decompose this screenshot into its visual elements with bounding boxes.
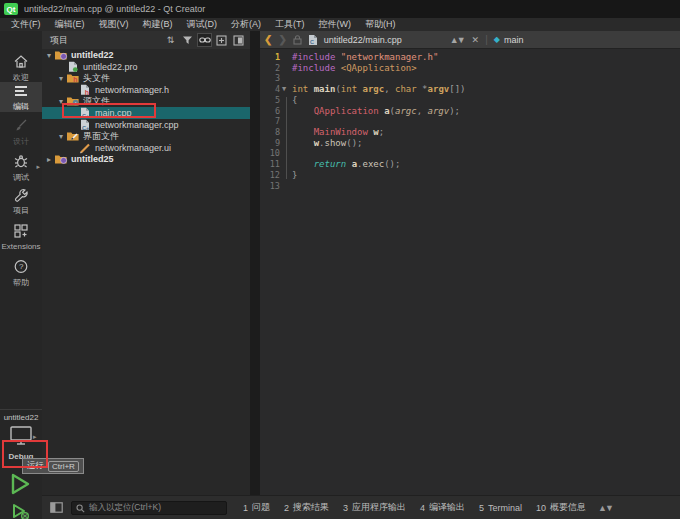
ui-folder-icon [66, 130, 81, 142]
tree-item-networkmanager.cpp[interactable]: C+networkmanager.cpp [42, 119, 276, 131]
svg-text:?: ? [19, 262, 24, 271]
output-pane-10[interactable]: 10概要信息 [536, 501, 586, 514]
tree-item-networkmanager.ui[interactable]: networkmanager.ui [42, 142, 276, 154]
extensions-icon [13, 223, 29, 242]
tree-item--[interactable]: ▾+源文件 [42, 95, 264, 107]
line-number: 9 [260, 138, 280, 149]
open-document-dropdown[interactable]: untitled22/main.cpp [324, 35, 450, 45]
editor-toolbar: ❮ ❯ C untitled22/main.cpp ▲▼ ✕ | ◆ main [260, 31, 680, 49]
mode-welcome[interactable]: 欢迎 [0, 53, 42, 83]
menu-item-3[interactable]: 视图(V) [92, 18, 136, 31]
toggle-left-sidebar-icon[interactable] [50, 499, 63, 517]
filter-sort-icon[interactable]: ⇅ [163, 33, 178, 47]
output-pane-5[interactable]: 5Terminal [479, 501, 522, 514]
fold-marker-icon[interactable]: ▼ [282, 84, 286, 95]
code-line-9: w.show(); [292, 138, 362, 149]
pro-file-icon [66, 61, 81, 73]
locator-placeholder: 输入以定位(Ctrl+K) [89, 502, 161, 514]
tree-item-untitled22[interactable]: ▾untitled22 [42, 49, 252, 61]
kit-project-name: untitled22 [0, 413, 42, 422]
kit-selector-button[interactable] [9, 425, 33, 451]
code-area[interactable]: 1#include "networkmanager.h"2#include <Q… [260, 49, 680, 495]
run-tooltip: 运行 Ctrl+R [22, 458, 84, 474]
document-dropdown-arrows-icon[interactable]: ▲▼ [450, 35, 464, 45]
output-pane-arrows-icon[interactable]: ▲▼ [598, 503, 612, 513]
project-folder-icon [54, 153, 69, 165]
code-line-2: #include <QApplication> [292, 63, 417, 74]
run-button[interactable] [9, 472, 31, 500]
line-number: 2 [260, 63, 280, 74]
run-tooltip-label: 运行 [27, 460, 44, 472]
output-pane-4[interactable]: 4编译输出 [420, 501, 465, 514]
run-icon [9, 482, 31, 499]
menu-item-7[interactable]: 工具(T) [268, 18, 312, 31]
line-number: 6 [260, 106, 280, 117]
locator-search-input[interactable]: 输入以定位(Ctrl+K) [71, 501, 227, 515]
sidebar-divider [0, 409, 42, 410]
line-number: 1 [260, 52, 280, 63]
mode-edit[interactable]: 编辑 [0, 82, 42, 112]
navigate-back-icon[interactable]: ❮ [264, 34, 272, 45]
home-icon [13, 54, 29, 73]
funnel-icon[interactable] [180, 33, 195, 47]
fold-guide-line [286, 97, 287, 179]
mode-sidebar: untitled22 ▸ Debug 欢迎编辑设计调试▸项目Extensions… [0, 31, 42, 519]
tree-item-untitled25[interactable]: ▸untitled25 [42, 153, 252, 165]
tree-expand-icon[interactable]: ▾ [56, 74, 66, 83]
tree-expand-icon[interactable]: ▾ [56, 97, 66, 106]
tree-item-main.cpp[interactable]: C+main.cpp [42, 107, 276, 119]
lock-icon [293, 35, 302, 45]
output-panes: 1问题2搜索结果3应用程序输出4编译输出5Terminal10概要信息 [243, 501, 586, 514]
close-document-icon[interactable]: ✕ [472, 35, 480, 45]
debug-run-button[interactable] [11, 503, 31, 519]
cpp-document-icon: C [308, 34, 318, 46]
tree-item-untitled22.pro[interactable]: untitled22.pro [42, 61, 264, 73]
edit-icon [13, 84, 29, 102]
panel-splitter[interactable] [250, 31, 260, 495]
debug-run-icon [11, 507, 31, 519]
project-folder-icon [54, 49, 69, 61]
tree-item-networkmanager.h[interactable]: hnetworkmanager.h [42, 84, 276, 96]
menu-item-6[interactable]: 分析(A) [224, 18, 268, 31]
svg-text:h: h [73, 77, 77, 84]
run-tooltip-shortcut: Ctrl+R [48, 461, 79, 472]
mode-debug[interactable]: 调试▸ [0, 153, 42, 183]
output-pane-3[interactable]: 3应用程序输出 [343, 501, 406, 514]
tree-expand-icon[interactable]: ▾ [44, 51, 54, 60]
line-number: 13 [260, 181, 280, 192]
symbol-diamond-icon: ◆ [494, 35, 500, 44]
mode-help[interactable]: ?帮助 [0, 258, 42, 288]
window-title: untitled22/main.cpp @ untitled22 - Qt Cr… [24, 4, 205, 14]
symbol-dropdown[interactable]: main [504, 35, 524, 45]
line-number: 8 [260, 127, 280, 138]
code-line-8: MainWindow w; [292, 127, 384, 138]
search-icon [76, 499, 85, 517]
mode-extensions[interactable]: Extensions [0, 222, 42, 252]
tree-item--[interactable]: ▾界面文件 [42, 130, 264, 142]
wrench-icon [13, 187, 29, 206]
mode-projects[interactable]: 项目 [0, 186, 42, 216]
menu-item-1[interactable]: 文件(F) [4, 18, 48, 31]
output-pane-2[interactable]: 2搜索结果 [284, 501, 329, 514]
tree-item--[interactable]: ▾h头文件 [42, 72, 264, 84]
split-panel-icon[interactable] [214, 33, 229, 47]
tree-expand-icon[interactable]: ▾ [56, 132, 66, 141]
menu-item-5[interactable]: 调试(D) [180, 18, 225, 31]
navigate-forward-icon[interactable]: ❯ [278, 34, 286, 45]
line-number: 10 [260, 148, 280, 159]
code-line-4: int main(int argc, char *argv[]) [292, 84, 466, 95]
menu-item-8[interactable]: 控件(W) [312, 18, 359, 31]
sync-with-editor-icon[interactable] [197, 33, 212, 47]
menu-item-9[interactable]: 帮助(H) [358, 18, 403, 31]
title-bar: Qt untitled22/main.cpp @ untitled22 - Qt… [0, 0, 680, 18]
output-pane-1[interactable]: 1问题 [243, 501, 270, 514]
menu-item-2[interactable]: 编辑(E) [48, 18, 92, 31]
menu-bar: 文件(F)编辑(E)视图(V)构建(B)调试(D)分析(A)工具(T)控件(W)… [0, 18, 680, 31]
detach-panel-icon[interactable] [231, 33, 246, 47]
bug-icon [13, 154, 29, 173]
menu-item-4[interactable]: 构建(B) [136, 18, 180, 31]
line-number: 3 [260, 73, 280, 84]
svg-text:C: C [310, 39, 314, 45]
qt-creator-logo-icon: Qt [4, 3, 18, 15]
tree-expand-icon[interactable]: ▸ [44, 155, 54, 164]
